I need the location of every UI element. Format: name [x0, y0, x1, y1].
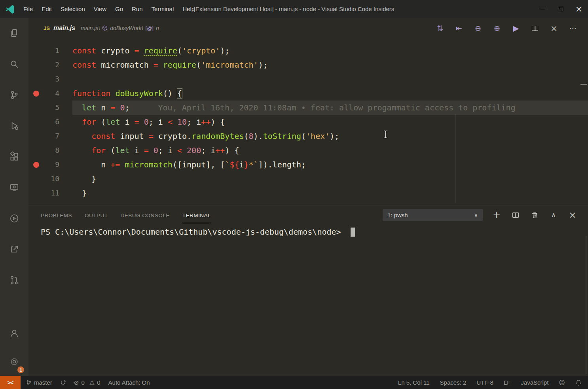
settings-badge: 1	[17, 366, 24, 373]
activity-search-button[interactable]	[0, 49, 28, 80]
activity-remote-explorer-button[interactable]	[0, 172, 28, 203]
line-number: 11	[44, 186, 72, 200]
gutter[interactable]: 2	[28, 58, 72, 72]
feedback-smiley-icon[interactable]: ☺	[559, 379, 565, 386]
terminal[interactable]: PS C:\Users\Connor\Documents\Github\vsco…	[28, 224, 588, 376]
new-terminal-button[interactable]: +	[487, 205, 506, 224]
panel-tab-debug-console[interactable]: DEBUG CONSOLE	[120, 207, 170, 223]
code-text[interactable]: for (let i = 0; i < 10; i++) {	[72, 115, 588, 129]
activity-explorer-button[interactable]	[0, 18, 28, 49]
code-line-8[interactable]: 8 for (let i = 0; i < 200; i++) {	[28, 143, 588, 157]
code-text[interactable]: n += micromatch([input], [`${i}*`]).leng…	[72, 157, 588, 172]
menu-file[interactable]: File	[19, 4, 37, 14]
breakpoint-dot[interactable]	[28, 162, 44, 168]
eol-status[interactable]: LF	[504, 379, 511, 386]
kill-terminal-button[interactable]	[525, 205, 544, 224]
branch-status[interactable]: master	[26, 379, 52, 386]
code-line-4[interactable]: 4function doBusyWork() {	[28, 86, 588, 101]
code-text[interactable]: const crypto = require('crypto');	[72, 44, 588, 58]
activity-settings-button[interactable]: 1	[0, 347, 28, 376]
gutter[interactable]: 5	[28, 101, 72, 115]
editor-tab-filename[interactable]: main.js	[53, 25, 75, 32]
activity-profiler-button[interactable]	[0, 203, 28, 234]
terminal-shell-label: 1: pwsh	[387, 212, 408, 218]
gutter[interactable]: 11	[28, 186, 72, 200]
menu-run[interactable]: Run	[127, 4, 147, 14]
gutter[interactable]: 3	[28, 72, 72, 86]
gutter[interactable]: 8	[28, 143, 72, 157]
panel-tab-terminal[interactable]: TERMINAL	[182, 207, 211, 223]
panel-tab-problems[interactable]: PROBLEMS	[40, 207, 72, 223]
encoding-status[interactable]: UTF-8	[476, 379, 493, 386]
minimize-button[interactable]	[533, 0, 552, 18]
close-window-button[interactable]: ×	[570, 0, 588, 18]
code-text[interactable]	[72, 72, 588, 86]
code-text[interactable]: function doBusyWork() {	[72, 86, 588, 101]
language-status[interactable]: JavaScript	[521, 379, 548, 386]
code-text[interactable]: for (let i = 0; i < 200; i++) {	[72, 143, 588, 157]
code-line-3[interactable]: 3	[28, 72, 588, 86]
activity-account-button[interactable]	[0, 319, 28, 347]
activity-live-share-button[interactable]	[0, 234, 28, 265]
code-line-5[interactable]: 5 let n = 0;You, April 16th, 2020 11:08a…	[28, 101, 588, 115]
gutter[interactable]: 6	[28, 115, 72, 129]
activity-run-debug-button[interactable]	[0, 110, 28, 141]
activity-pull-requests-button[interactable]	[0, 265, 28, 296]
title-bar: FileEditSelectionViewGoRunTerminalHelp […	[0, 0, 588, 18]
maximize-button[interactable]	[552, 0, 570, 18]
notifications-button[interactable]	[575, 380, 582, 386]
remote-indicator[interactable]: ><	[0, 376, 21, 389]
gutter[interactable]: 1	[28, 44, 72, 58]
breakpoint-dot[interactable]	[28, 91, 44, 97]
step-back-icon[interactable]: ⇤	[450, 19, 469, 38]
code-line-6[interactable]: 6 for (let i = 0; i < 10; i++) {	[28, 115, 588, 129]
code-editor[interactable]: 1const crypto = require('crypto');2const…	[28, 38, 588, 205]
terminal-shell-dropdown[interactable]: 1: pwsh ∨	[383, 209, 483, 221]
split-editor-icon[interactable]	[525, 19, 544, 38]
open-changes-icon[interactable]: ⇅	[431, 19, 450, 38]
menu-edit[interactable]: Edit	[37, 4, 56, 14]
breadcrumb-function[interactable]: doBusyWork\	[110, 25, 143, 31]
code-text[interactable]: const micromatch = require('micromatch')…	[72, 58, 588, 72]
more-actions-icon[interactable]: ⋯	[563, 19, 582, 38]
step-out-icon[interactable]: ⊕	[487, 19, 506, 38]
cursor-position-status[interactable]: Ln 5, Col 11	[398, 379, 430, 386]
breadcrumb-variable[interactable]: n	[156, 25, 159, 31]
code-text[interactable]: let n = 0;You, April 16th, 2020 11:08am …	[72, 101, 588, 115]
step-over-icon[interactable]: ⊖	[469, 19, 487, 38]
code-text[interactable]: const input = crypto.randomBytes(8).toSt…	[72, 129, 588, 143]
breadcrumb-file[interactable]: main.js\	[81, 25, 100, 31]
menu-terminal[interactable]: Terminal	[147, 4, 178, 14]
menu-selection[interactable]: Selection	[56, 4, 89, 14]
maximize-panel-button[interactable]: ∧	[544, 205, 563, 224]
code-text[interactable]: }	[72, 172, 588, 186]
minimize-icon	[541, 9, 545, 9]
close-editor-icon[interactable]: ×	[544, 19, 563, 38]
activity-source-control-button[interactable]	[0, 80, 28, 110]
terminal-scrollbar[interactable]	[586, 236, 586, 374]
problems-status[interactable]: ⊘ 0 ⚠ 0	[74, 379, 101, 386]
panel-tab-output[interactable]: OUTPUT	[84, 207, 108, 223]
code-line-10[interactable]: 10 }	[28, 172, 588, 186]
menu-go[interactable]: Go	[111, 4, 127, 14]
error-count: 0	[81, 379, 84, 386]
continue-icon[interactable]: ▶	[506, 19, 525, 38]
code-line-2[interactable]: 2const micromatch = require('micromatch'…	[28, 58, 588, 72]
code-line-1[interactable]: 1const crypto = require('crypto');	[28, 44, 588, 58]
split-terminal-button[interactable]	[506, 205, 525, 224]
code-line-9[interactable]: 9 n += micromatch([input], [`${i}*`]).le…	[28, 157, 588, 172]
activity-extensions-button[interactable]	[0, 141, 28, 172]
code-line-11[interactable]: 11 }	[28, 186, 588, 200]
close-panel-button[interactable]: ×	[563, 205, 582, 224]
gutter[interactable]: 9	[28, 157, 72, 172]
menu-view[interactable]: View	[89, 4, 111, 14]
gutter[interactable]: 10	[28, 172, 72, 186]
code-text[interactable]: }	[72, 186, 588, 200]
auto-attach-status[interactable]: Auto Attach: On	[108, 379, 150, 386]
gutter[interactable]: 7	[28, 129, 72, 143]
gutter[interactable]: 4	[28, 86, 72, 101]
code-line-7[interactable]: 7 const input = crypto.randomBytes(8).to…	[28, 129, 588, 143]
sync-status[interactable]	[60, 380, 66, 385]
line-number: 5	[44, 101, 72, 115]
indentation-status[interactable]: Spaces: 2	[440, 379, 467, 386]
